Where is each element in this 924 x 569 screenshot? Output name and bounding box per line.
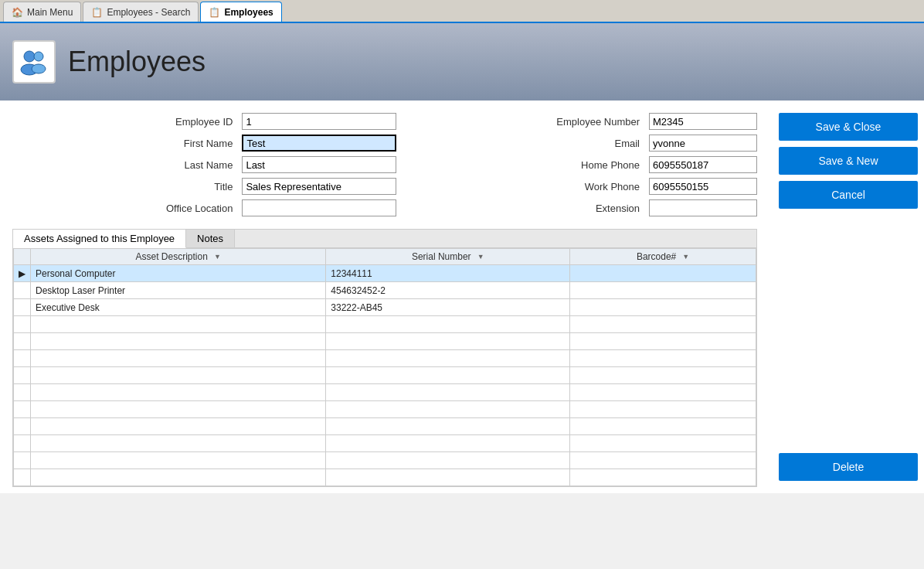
row-indicator [14, 367, 31, 384]
main-content: Employee ID Employee Number First Name E… [0, 101, 924, 493]
cell-barcode [570, 469, 756, 486]
cell-serial_number [326, 367, 570, 384]
employees-search-icon: 📋 [91, 7, 103, 18]
cell-serial_number: 33222-AB45 [326, 299, 570, 316]
row-indicator [14, 469, 31, 486]
employee-id-label: Employee ID [12, 116, 236, 128]
sub-tabs-header: Assets Assigned to this Employee Notes [13, 230, 756, 248]
row-indicator [14, 452, 31, 469]
table-row[interactable] [14, 350, 756, 367]
row-indicator [14, 316, 31, 333]
cell-asset_description: Desktop Laser Printer [31, 282, 326, 299]
cell-barcode [570, 333, 756, 350]
page-header: Employees [0, 23, 924, 101]
table-row[interactable] [14, 452, 756, 469]
office-location-label: Office Location [12, 203, 236, 214]
cell-serial_number [326, 469, 570, 486]
col-serial-number[interactable]: Serial Number ▼ [326, 249, 570, 265]
cell-asset_description [31, 452, 326, 469]
sub-tab-assets[interactable]: Assets Assigned to this Employee [13, 230, 186, 248]
cell-serial_number [326, 350, 570, 367]
cell-barcode [570, 435, 756, 452]
table-row[interactable]: Desktop Laser Printer454632452-2 [14, 282, 756, 299]
cell-barcode [570, 401, 756, 418]
cell-asset_description [31, 418, 326, 435]
cell-serial_number [326, 452, 570, 469]
tab-bar: 🏠 Main Menu 📋 Employees - Search 📋 Emplo… [0, 0, 924, 23]
title-input[interactable] [242, 178, 396, 195]
cell-serial_number: 454632452-2 [326, 282, 570, 299]
table-row[interactable] [14, 367, 756, 384]
tab-main-menu[interactable]: 🏠 Main Menu [3, 2, 81, 22]
table-row[interactable]: Executive Desk33222-AB45 [14, 299, 756, 316]
delete-button[interactable]: Delete [779, 453, 918, 481]
cell-serial_number [326, 418, 570, 435]
table-row[interactable] [14, 401, 756, 418]
cell-barcode [570, 316, 756, 333]
form-area: Employee ID Employee Number First Name E… [0, 101, 769, 493]
cell-barcode [570, 418, 756, 435]
table-row[interactable] [14, 333, 756, 350]
cell-barcode [570, 282, 756, 299]
tabs-section: Assets Assigned to this Employee Notes A… [12, 229, 757, 487]
employee-number-label: Employee Number [403, 116, 643, 128]
email-input[interactable] [649, 135, 757, 152]
row-indicator [14, 401, 31, 418]
save-close-button[interactable]: Save & Close [779, 113, 918, 141]
first-name-input[interactable] [242, 135, 396, 152]
tab-employees[interactable]: 📋 Employees [200, 2, 281, 22]
office-location-input[interactable] [242, 199, 396, 216]
cell-asset_description [31, 469, 326, 486]
cell-serial_number [326, 316, 570, 333]
col-asset-description[interactable]: Asset Description ▼ [31, 249, 326, 265]
last-name-input[interactable] [242, 156, 396, 173]
row-indicator [14, 384, 31, 401]
row-indicator [14, 435, 31, 452]
work-phone-label: Work Phone [403, 181, 643, 193]
extension-input[interactable] [649, 199, 757, 216]
form-grid: Employee ID Employee Number First Name E… [12, 113, 757, 216]
title-label: Title [12, 181, 236, 193]
cell-asset_description [31, 350, 326, 367]
table-row[interactable] [14, 469, 756, 486]
sub-tab-notes[interactable]: Notes [186, 230, 235, 247]
tab-employees-search[interactable]: 📋 Employees - Search [83, 2, 199, 22]
cell-serial_number [326, 333, 570, 350]
cell-serial_number [326, 435, 570, 452]
row-indicator [14, 418, 31, 435]
cell-serial_number: 12344111 [326, 265, 570, 282]
table-row[interactable] [14, 316, 756, 333]
cell-serial_number [326, 401, 570, 418]
employees-avatar-icon [19, 46, 49, 77]
tab-main-menu-label: Main Menu [27, 7, 73, 18]
tab-employees-search-label: Employees - Search [107, 7, 190, 18]
employee-number-input[interactable] [649, 113, 757, 130]
svg-point-0 [24, 51, 35, 62]
row-indicator [14, 282, 31, 299]
notes-tab-label: Notes [197, 233, 223, 244]
cell-barcode [570, 452, 756, 469]
table-row[interactable] [14, 384, 756, 401]
table-row[interactable] [14, 418, 756, 435]
cell-barcode [570, 265, 756, 282]
cancel-button[interactable]: Cancel [779, 181, 918, 209]
cell-barcode [570, 350, 756, 367]
employee-id-input[interactable] [242, 113, 396, 130]
save-new-button[interactable]: Save & New [779, 147, 918, 175]
sort-barcode-icon: ▼ [682, 253, 689, 261]
assets-table-container: Asset Description ▼ Serial Number ▼ [13, 248, 756, 486]
cell-asset_description [31, 401, 326, 418]
home-phone-input[interactable] [649, 156, 757, 173]
table-row[interactable]: ▶Personal Computer12344111 [14, 265, 756, 282]
work-phone-input[interactable] [649, 178, 757, 195]
cell-asset_description [31, 333, 326, 350]
tab-employees-label: Employees [224, 7, 273, 18]
row-indicator [14, 350, 31, 367]
cell-asset_description [31, 384, 326, 401]
col-barcode[interactable]: Barcode# ▼ [570, 249, 756, 265]
first-name-label: First Name [12, 138, 236, 149]
last-name-label: Last Name [12, 159, 236, 171]
row-indicator: ▶ [14, 265, 31, 282]
assets-table: Asset Description ▼ Serial Number ▼ [13, 248, 756, 486]
table-row[interactable] [14, 435, 756, 452]
